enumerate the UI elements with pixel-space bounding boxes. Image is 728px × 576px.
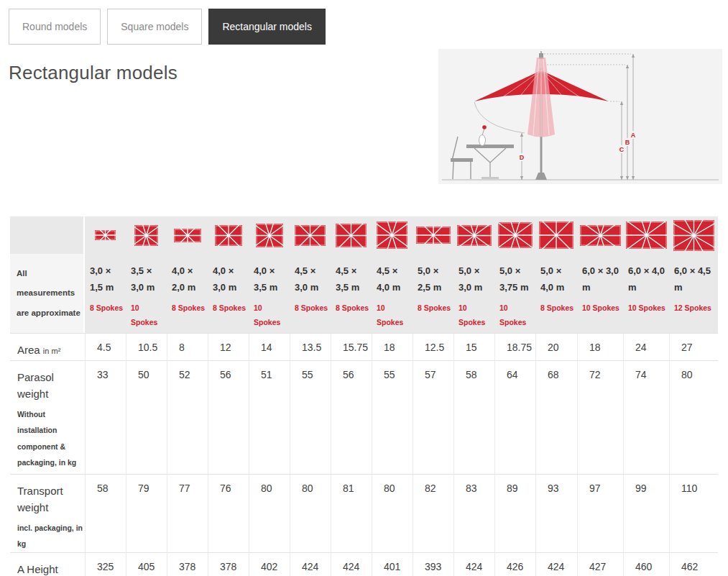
model-size-label: 5,0 × 3,0 m (459, 263, 493, 296)
model-icon-cell (577, 216, 623, 254)
model-size-label: 5,0 × 4,0 m (540, 263, 576, 296)
model-icon-cell (413, 216, 453, 254)
model-spokes-label: 12 Spokes (674, 301, 717, 315)
model-icon-cell (453, 216, 494, 254)
model-name-cell: 3,0 × 1,5 m8 Spokes (85, 254, 126, 333)
model-size-label: 4,5 × 4,0 m (377, 263, 411, 296)
spec-value-cell: 72 (577, 360, 623, 474)
spec-value-cell: 77 (167, 474, 208, 552)
parasol-top-view-icon (295, 225, 326, 246)
parasol-top-view-icon (580, 225, 621, 246)
model-name-cell: 5,0 × 2,5 m8 Spokes (413, 254, 453, 333)
spec-value-cell: 15 (453, 333, 494, 360)
model-icon-cell (372, 216, 413, 254)
model-spokes-label: 8 Spokes (213, 301, 247, 315)
parasol-top-view-icon (95, 230, 116, 240)
spec-value-cell: 99 (623, 474, 669, 552)
model-icon-cell (494, 216, 535, 254)
parasol-top-view-icon (215, 225, 242, 246)
spec-value-cell: 20 (535, 333, 577, 360)
model-size-label: 4,0 × 3,5 m (254, 263, 288, 296)
tab-square-models[interactable]: Square models (107, 9, 202, 45)
spec-row-parasol: Parasol weightWithout installation compo… (10, 360, 718, 474)
spec-value-cell: 76 (208, 474, 249, 552)
parasol-top-view-icon (134, 225, 158, 246)
spec-value-cell: 64 (494, 360, 535, 474)
model-name-cell: 4,5 × 3,0 m8 Spokes (290, 254, 331, 333)
spec-value-cell: 4.5 (85, 333, 126, 360)
spec-value-cell: 93 (535, 474, 577, 552)
spec-value-cell: 89 (494, 474, 535, 552)
model-spokes-label: 10 Spokes (377, 301, 411, 330)
closed-canopy-ghost (527, 58, 555, 137)
dimension-label-c: C (619, 146, 625, 153)
parasol-top-view-icon (336, 224, 367, 247)
parasol-top-view-icon (416, 227, 451, 244)
spec-value-cell: 52 (167, 360, 208, 474)
parasol-diagram-svg: A B C D (438, 49, 722, 184)
spec-value-cell: 82 (413, 474, 453, 552)
model-name-cell: 6,0 × 3,0 m10 Spokes (577, 254, 623, 333)
model-icon-cell (249, 216, 290, 254)
spec-value-cell: 393 (413, 552, 453, 576)
spec-value-cell: 80 (372, 474, 413, 552)
spec-value-cell: 58 (85, 474, 126, 552)
row-label-transport: Transport weightincl. packaging, in kg (10, 474, 85, 552)
model-size-label: 5,0 × 2,5 m (418, 263, 452, 296)
model-spokes-label: 10 Spokes (499, 301, 534, 330)
dimension-label-b: B (625, 139, 630, 146)
spec-value-cell: 378 (208, 552, 249, 576)
model-name-cell: 5,0 × 4,0 m8 Spokes (535, 254, 577, 333)
spec-value-cell: 460 (623, 552, 669, 576)
tab-rectangular-models[interactable]: Rectangular models (208, 9, 326, 45)
row-label-text: Transport weight (17, 485, 63, 513)
row-sublabel: incl. packaging, in kg (17, 520, 83, 552)
parasol-dimension-diagram: A B C D (438, 49, 722, 184)
model-size-label: 3,5 × 3,0 m (131, 263, 165, 296)
model-size-label: 6,0 × 4,5 m (674, 263, 717, 296)
spec-value-cell: 18 (372, 333, 413, 360)
parasol-top-view-icon (174, 229, 201, 242)
spec-value-cell: 55 (290, 360, 331, 474)
model-size-label: 3,0 × 1,5 m (90, 263, 124, 296)
model-spokes-label: 8 Spokes (90, 301, 124, 315)
spec-value-cell: 56 (208, 360, 249, 474)
spec-value-cell: 24 (623, 333, 669, 360)
model-icon-cell (623, 216, 669, 254)
tab-round-models[interactable]: Round models (9, 9, 101, 45)
spec-value-cell: 8 (167, 333, 208, 360)
model-spokes-label: 8 Spokes (172, 301, 206, 315)
models-spec-table: All measurements are approximate 3,0 × 1… (10, 216, 718, 576)
parasol-top-view-icon (377, 221, 407, 249)
model-icon-cell (535, 216, 577, 254)
model-spokes-label: 10 Spokes (628, 301, 668, 315)
row-label-parasol: Parasol weightWithout installation compo… (10, 360, 85, 474)
spec-value-cell: 424 (331, 552, 372, 576)
spec-value-cell: 58 (453, 360, 494, 474)
row-label-text: Area (17, 344, 40, 356)
spec-value-cell: 57 (413, 360, 453, 474)
spec-value-cell: 378 (167, 552, 208, 576)
dimension-label-a: A (631, 132, 636, 139)
spec-value-cell: 55 (372, 360, 413, 474)
canopy-motion-arc (474, 102, 525, 133)
page-title: Rectangular models (9, 62, 178, 84)
parasol-top-view-icon (457, 225, 492, 246)
spec-value-cell: 18.75 (494, 333, 535, 360)
spec-value-cell: 50 (126, 360, 167, 474)
table-illustration (466, 145, 514, 179)
model-spokes-label: 10 Spokes (254, 301, 288, 330)
spec-value-cell: 81 (331, 474, 372, 552)
vase-flower-illustration (479, 125, 487, 145)
parasol-top-view-icon (539, 221, 573, 249)
model-name-cell: 4,5 × 3,5 m8 Spokes (331, 254, 372, 333)
parasol-top-view-icon (256, 224, 283, 247)
table-corner-cell (10, 216, 85, 254)
model-spokes-label: 10 Spokes (131, 301, 165, 330)
row-sublabel: Without installation component & packagi… (17, 406, 83, 471)
model-icon-cell (167, 216, 208, 254)
spec-value-cell: 79 (126, 474, 167, 552)
spec-value-cell: 97 (577, 474, 623, 552)
model-spokes-label: 8 Spokes (295, 301, 329, 315)
model-name-cell: 4,0 × 3,5 m10 Spokes (249, 254, 290, 333)
